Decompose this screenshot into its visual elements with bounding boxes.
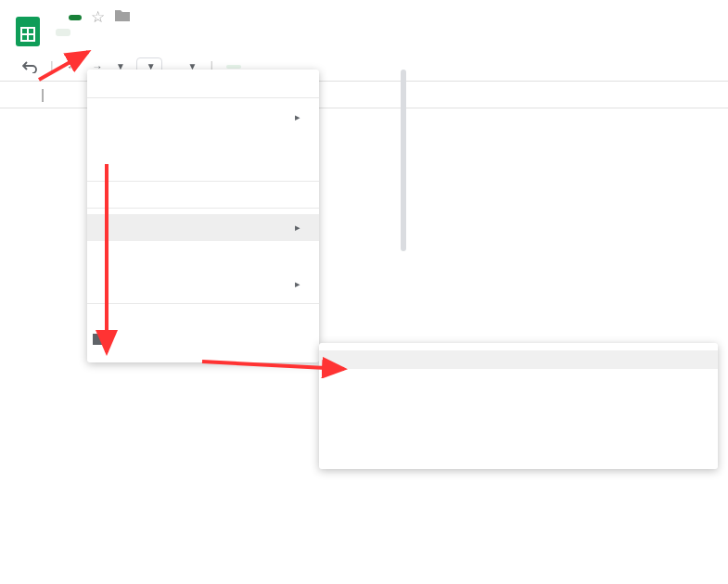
scrollbar-thumb[interactable] [401,70,406,251]
download-ods[interactable] [319,369,718,387]
menu-insert[interactable] [106,29,121,36]
menu-version-history[interactable]: ▸ [87,271,319,298]
menu-bar [56,27,719,36]
menu-format[interactable] [122,29,137,36]
menu-separator [87,208,319,209]
toolbar-separator: | [50,59,54,74]
download-html[interactable] [319,406,718,425]
download-submenu [319,343,718,469]
menu-separator [87,97,319,98]
fx-separator: | [41,87,45,102]
menu-rename[interactable] [87,310,319,324]
download-pdf[interactable] [319,387,718,406]
file-type-badge [69,15,82,20]
menu-download[interactable]: ▸ [87,214,319,241]
download-xlsx[interactable] [319,350,718,369]
menu-file[interactable] [56,29,70,36]
menu-separator [87,181,319,182]
undo-icon[interactable] [22,60,37,73]
menu-view[interactable] [89,29,104,36]
chevron-right-icon: ▸ [295,222,300,234]
menu-import[interactable] [87,146,319,160]
bold-button[interactable] [226,65,241,69]
menu-share[interactable] [87,77,319,92]
chevron-right-icon: ▸ [295,278,300,290]
menu-new[interactable]: ▸ [87,104,319,131]
menu-move[interactable] [87,324,319,355]
sheets-logo-icon[interactable] [9,13,46,50]
menu-make-copy[interactable] [87,160,319,175]
star-icon[interactable]: ☆ [91,7,105,27]
menu-offline[interactable] [87,256,319,271]
menu-tools[interactable] [156,29,171,36]
chevron-right-icon: ▸ [295,111,300,123]
menu-save-as-sheets[interactable] [87,187,319,202]
download-csv[interactable] [319,425,718,443]
menu-edit[interactable] [72,29,87,36]
folder-move-icon [93,332,109,348]
decrease-decimal-button[interactable]: ← [67,60,80,72]
folder-icon[interactable] [114,8,131,27]
menu-email-attachment[interactable] [87,241,319,256]
menu-data[interactable] [139,29,154,36]
menu-separator [87,303,319,304]
menu-open[interactable] [87,131,319,146]
download-tsv[interactable] [319,443,718,462]
menu-help[interactable] [172,29,187,36]
file-dropdown-menu: ▸ ▸ ▸ [87,70,319,362]
